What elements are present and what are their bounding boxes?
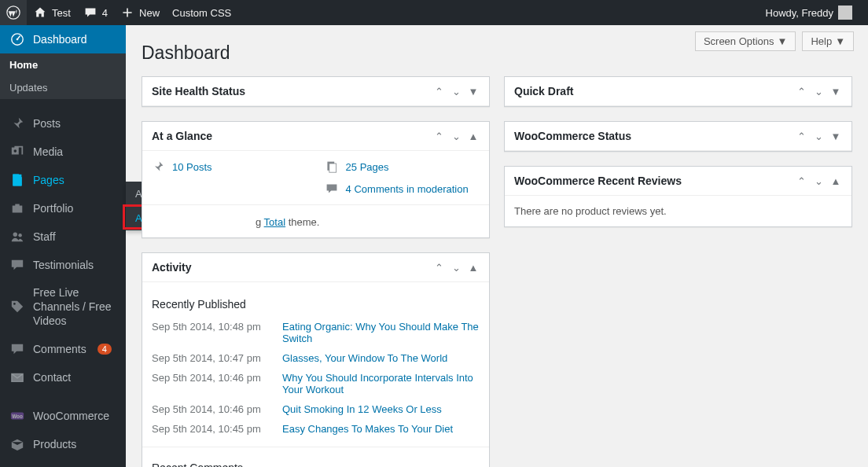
activity-post-link[interactable]: Glasses, Your Window To The World — [282, 352, 447, 364]
sidebar-item-media[interactable]: Media — [0, 138, 126, 166]
sidebar-item-woocommerce[interactable]: Woo WooCommerce — [0, 402, 126, 430]
comment-icon — [83, 6, 97, 20]
howdy-text: Howdy, Freddy — [766, 7, 833, 19]
home-icon — [33, 6, 47, 20]
svg-point-3 — [14, 149, 17, 153]
sidebar-item-contact[interactable]: Contact — [0, 363, 126, 392]
chevron-down-icon[interactable]: ⌄ — [450, 86, 462, 97]
widget-woo-reviews: WooCommerce Recent Reviews ⌃ ⌄ ▲ There a… — [504, 166, 852, 227]
svg-point-7 — [13, 303, 16, 305]
widget-activity: Activity ⌃ ⌄ ▲ Recently Published Sep 5t… — [142, 252, 490, 467]
tag-icon — [9, 299, 25, 314]
analytics-icon — [9, 465, 25, 467]
main-content: Screen Options ▼ Help ▼ Dashboard Site H… — [126, 25, 868, 467]
portfolio-icon — [9, 200, 25, 216]
site-link[interactable]: Test — [27, 0, 77, 25]
media-icon — [9, 144, 25, 160]
pages-icon — [9, 172, 25, 188]
screen-options-button[interactable]: Screen Options ▼ — [695, 31, 796, 51]
new-content[interactable]: New — [114, 0, 166, 25]
activity-row: Sep 5th 2014, 10:48 pmEating Organic: Wh… — [152, 317, 480, 348]
sidebar-item-analytics[interactable]: Analytics — [0, 458, 126, 467]
widget-title: At a Glance — [152, 130, 432, 142]
glance-pages[interactable]: 25 Pages — [326, 160, 469, 173]
sidebar-item-pages[interactable]: Pages — [0, 166, 126, 194]
comment-icon — [9, 341, 25, 357]
activity-post-link[interactable]: Easy Changes To Makes To Your Diet — [282, 423, 453, 435]
sidebar-item-portfolio[interactable]: Portfolio — [0, 194, 126, 222]
collapse-icon[interactable]: ▲ — [829, 175, 842, 187]
collapse-icon[interactable]: ▼ — [829, 131, 842, 142]
chevron-down-icon: ▼ — [835, 35, 845, 47]
chevron-down-icon[interactable]: ⌄ — [812, 131, 825, 142]
glance-comments-mod[interactable]: 4 Comments in moderation — [326, 182, 469, 195]
chevron-up-icon[interactable]: ⌃ — [795, 86, 807, 97]
widget-title: WooCommerce Status — [514, 130, 795, 142]
sidebar-item-label: Staff — [33, 230, 56, 243]
svg-text:Woo: Woo — [12, 413, 23, 418]
svg-point-5 — [13, 233, 17, 237]
widget-quick-draft: Quick Draft ⌃ ⌄ ▼ — [504, 76, 852, 107]
sidebar-item-free-channels[interactable]: Free Live Channels / Free Videos — [0, 279, 126, 335]
glance-posts[interactable]: 10 Posts — [152, 160, 212, 173]
collapse-icon[interactable]: ▼ — [467, 86, 480, 97]
activity-date: Sep 5th 2014, 10:46 pm — [152, 372, 270, 395]
wp-logo[interactable] — [0, 0, 27, 25]
dashboard-submenu: Home Updates — [0, 53, 126, 99]
sidebar-item-label: Portfolio — [33, 202, 73, 215]
my-account[interactable]: Howdy, Freddy — [760, 0, 859, 25]
sidebar-item-updates[interactable]: Updates — [0, 76, 126, 99]
sidebar-item-label: Pages — [33, 174, 64, 186]
plus-icon — [120, 6, 134, 20]
sidebar-item-label: Posts — [33, 117, 61, 130]
mail-icon — [9, 370, 25, 385]
collapse-icon[interactable]: ▲ — [467, 131, 480, 142]
chevron-down-icon[interactable]: ⌄ — [450, 262, 462, 274]
comments-count: 4 — [102, 7, 108, 19]
testimonial-icon — [9, 257, 25, 273]
chevron-up-icon[interactable]: ⌃ — [795, 175, 807, 187]
chevron-up-icon[interactable]: ⌃ — [432, 131, 445, 142]
admin-bar: Test 4 New Custom CSS Howdy, Freddy — [0, 0, 868, 25]
sidebar-item-comments[interactable]: Comments 4 — [0, 335, 126, 363]
sidebar-item-posts[interactable]: Posts — [0, 109, 126, 138]
widget-title: WooCommerce Recent Reviews — [514, 175, 795, 187]
activity-recent-comments-heading: Recent Comments — [152, 455, 480, 467]
woocommerce-icon: Woo — [9, 408, 25, 424]
dashboard-icon — [9, 31, 25, 47]
glance-posts-label: 10 Posts — [172, 161, 212, 173]
comments-bubble[interactable]: 4 — [77, 0, 114, 25]
pin-icon — [9, 116, 25, 131]
sidebar-item-home[interactable]: Home — [0, 53, 126, 76]
custom-css-link[interactable]: Custom CSS — [166, 0, 237, 25]
activity-post-link[interactable]: Quit Smoking In 12 Weeks Or Less — [282, 403, 442, 415]
collapse-icon[interactable]: ▼ — [829, 86, 842, 97]
widget-at-a-glance: At a Glance ⌃ ⌄ ▲ — [142, 121, 490, 238]
chevron-down-icon[interactable]: ⌄ — [812, 86, 825, 97]
chevron-up-icon[interactable]: ⌃ — [432, 262, 445, 274]
chevron-down-icon[interactable]: ⌄ — [812, 175, 825, 187]
svg-point-2 — [17, 39, 19, 41]
chevron-up-icon[interactable]: ⌃ — [432, 86, 445, 97]
activity-row: Sep 5th 2014, 10:47 pmGlasses, Your Wind… — [152, 348, 480, 368]
help-button[interactable]: Help ▼ — [802, 31, 854, 51]
activity-row: Sep 5th 2014, 10:45 pmEasy Changes To Ma… — [152, 419, 480, 439]
chevron-down-icon[interactable]: ⌄ — [450, 131, 462, 142]
sidebar-item-products[interactable]: Products — [0, 430, 126, 458]
sidebar-item-staff[interactable]: Staff — [0, 222, 126, 251]
activity-recently-published-heading: Recently Published — [152, 292, 480, 317]
site-name: Test — [52, 7, 71, 19]
pin-icon — [152, 160, 166, 173]
sidebar-item-dashboard[interactable]: Dashboard — [0, 25, 126, 53]
svg-point-6 — [18, 234, 22, 237]
activity-row: Sep 5th 2014, 10:46 pmQuit Smoking In 12… — [152, 399, 480, 419]
widget-title: Activity — [152, 261, 432, 274]
products-icon — [9, 436, 25, 452]
collapse-icon[interactable]: ▲ — [467, 262, 480, 274]
sidebar-item-testimonials[interactable]: Testimonials — [0, 251, 126, 279]
theme-link[interactable]: Total — [264, 216, 285, 228]
activity-post-link[interactable]: Why You Should Incorporate Intervals Int… — [282, 372, 480, 395]
activity-post-link[interactable]: Eating Organic: Why You Should Make The … — [282, 321, 480, 344]
glance-pages-label: 25 Pages — [346, 161, 389, 173]
chevron-up-icon[interactable]: ⌃ — [795, 131, 807, 142]
